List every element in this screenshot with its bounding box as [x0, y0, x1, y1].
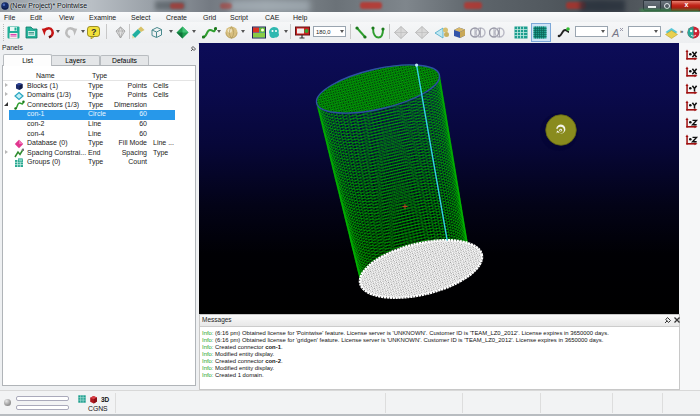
svg-text:A: A: [611, 27, 619, 39]
svg-text:?: ?: [91, 27, 97, 37]
